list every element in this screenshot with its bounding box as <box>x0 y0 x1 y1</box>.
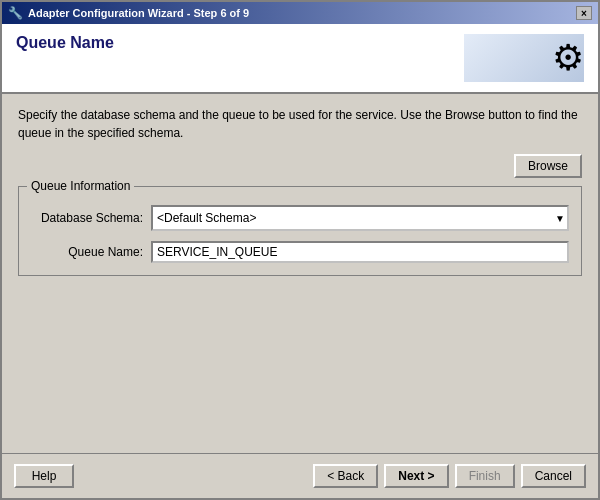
window-title: Adapter Configuration Wizard - Step 6 of… <box>28 7 249 19</box>
help-button[interactable]: Help <box>14 464 74 488</box>
footer-left: Help <box>14 464 74 488</box>
cancel-button[interactable]: Cancel <box>521 464 586 488</box>
group-box-legend: Queue Information <box>27 179 134 193</box>
app-icon: 🔧 <box>8 6 23 20</box>
database-schema-row: Database Schema: <Default Schema> ▼ <box>31 205 569 231</box>
database-schema-select[interactable]: <Default Schema> <box>153 207 567 229</box>
gear-icon: ⚙ <box>552 37 584 79</box>
finish-button: Finish <box>455 464 515 488</box>
wizard-window: 🔧 Adapter Configuration Wizard - Step 6 … <box>0 0 600 500</box>
browse-row: Browse <box>18 154 582 178</box>
database-schema-select-wrapper[interactable]: <Default Schema> ▼ <box>151 205 569 231</box>
queue-name-input[interactable] <box>151 241 569 263</box>
header-image: ⚙ <box>464 34 584 82</box>
queue-information-group: Queue Information Database Schema: <Defa… <box>18 186 582 276</box>
back-button[interactable]: < Back <box>313 464 378 488</box>
footer-area: Help < Back Next > Finish Cancel <box>2 453 598 498</box>
next-button[interactable]: Next > <box>384 464 448 488</box>
description-text: Specify the database schema and the queu… <box>18 106 582 142</box>
database-schema-label: Database Schema: <box>31 211 151 225</box>
footer-right: < Back Next > Finish Cancel <box>313 464 586 488</box>
close-button[interactable]: × <box>576 6 592 20</box>
content-area: Specify the database schema and the queu… <box>2 94 598 453</box>
header-area: Queue Name ⚙ <box>2 24 598 94</box>
page-title: Queue Name <box>16 34 464 52</box>
title-bar: 🔧 Adapter Configuration Wizard - Step 6 … <box>2 2 598 24</box>
queue-name-label: Queue Name: <box>31 245 151 259</box>
queue-name-row: Queue Name: <box>31 241 569 263</box>
browse-button[interactable]: Browse <box>514 154 582 178</box>
